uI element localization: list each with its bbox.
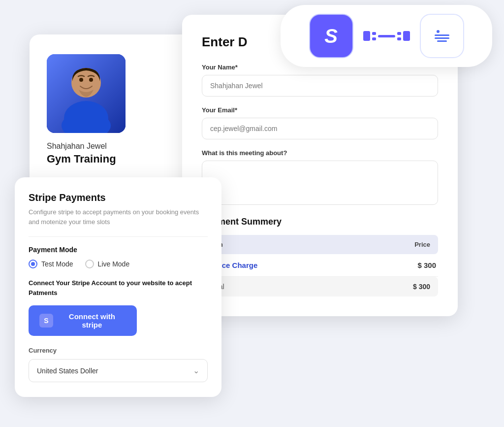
connect-text: Connect Your Stripe Account to your webs… [29,278,208,297]
currency-display[interactable]: United States Doller ⌄ [29,359,208,382]
plug-tab-bottom [372,37,376,40]
divider [29,236,208,237]
plug-tab-top [372,32,376,35]
table-row: Service Charge $ 300 [202,254,438,277]
live-mode-label: Live Mode [98,260,130,268]
integration-banner: S [281,5,492,67]
payment-summary-title: Payment Summery [202,217,438,227]
currency-dropdown[interactable]: United States Doller ⌄ [29,359,208,382]
row-item-name: Service Charge [202,254,350,277]
cal-line-2 [435,37,449,39]
currency-label: Currency [29,347,208,354]
email-input[interactable] [202,118,438,139]
cal-logo-box [420,14,464,58]
total-row: Total $ 300 [202,277,438,297]
live-mode-option[interactable]: Live Mode [85,260,130,268]
plug-tab-top-r [397,32,401,35]
stripe-s: S [44,317,48,325]
conn-double-right [397,32,401,40]
plug-right [403,31,410,41]
cal-line-1 [435,34,449,36]
cal-icon [435,30,449,42]
profile-name: Shahjahan Jewel [47,142,199,151]
conn-line [378,35,395,37]
name-group: Your Name* [202,64,438,97]
profile-title: Gym Training [47,153,199,165]
payment-mode-label: Payment Mode [29,246,208,254]
test-mode-radio[interactable] [29,260,37,268]
svg-point-6 [89,78,93,82]
scene: S [0,0,504,427]
meeting-textarea[interactable] [202,161,438,205]
test-mode-option[interactable]: Test Mode [29,260,73,268]
live-mode-radio[interactable] [85,260,94,268]
stripe-s-letter: S [324,25,338,47]
test-mode-label: Test Mode [41,260,73,268]
header-item: Item [202,235,350,254]
stripe-logo-box: S [309,14,353,58]
profile-avatar [47,54,126,133]
currency-value: United States Doller [37,367,98,375]
row-item-price: $ 300 [350,254,438,277]
email-group: Your Email* [202,106,438,139]
connect-stripe-button[interactable]: S Connect with stripe [29,305,137,336]
svg-point-5 [79,78,83,82]
meeting-label: What is this meeting about? [202,149,438,157]
radio-group: Test Mode Live Mode [29,260,208,268]
plug-left [363,31,370,41]
header-price: Price [350,235,438,254]
stripe-card-title: Stripe Payments [29,192,208,203]
connector-section [363,31,410,41]
conn-double [372,32,376,40]
avatar-image [47,54,126,133]
connect-btn-label: Connect with stripe [58,312,126,329]
summary-header-row: Item Price [202,235,438,254]
summary-table: Item Price Service Charge $ 300 Total $ … [202,235,438,296]
cal-dot [437,30,440,33]
total-label: Total [202,277,350,297]
name-input[interactable] [202,75,438,97]
stripe-s-icon: S [39,314,53,328]
meeting-group: What is this meeting about? [202,149,438,207]
plug-tab-bottom-r [397,37,401,40]
email-label: Your Email* [202,106,438,114]
chevron-down-icon: ⌄ [193,366,199,375]
cal-line-3 [437,40,447,42]
total-price: $ 300 [350,277,438,297]
stripe-payments-card: Stripe Payments Configure stripe to acce… [15,177,221,397]
stripe-card-desc: Configure stripe to accept payments on y… [29,207,208,227]
